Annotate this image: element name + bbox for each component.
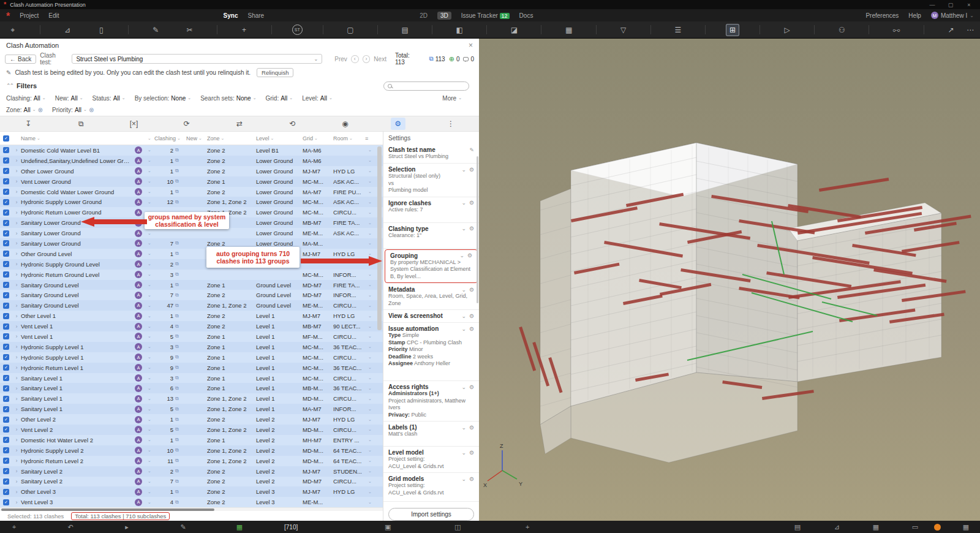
chevron-down-icon[interactable]: ⌄	[461, 476, 466, 482]
clip-box-icon[interactable]: ▢	[344, 24, 357, 36]
table-row[interactable]: ✓›Sanitary Ground LevelA⌄47⧉Zone 1, Zone…	[0, 300, 383, 311]
row-menu-chevron[interactable]: ⌄	[365, 376, 375, 380]
rerun-icon[interactable]: ⟳	[179, 118, 194, 130]
menu-2d-toggle[interactable]: 2D	[420, 12, 428, 19]
search-input[interactable]	[395, 83, 465, 89]
people-icon[interactable]: ⚇	[835, 24, 848, 36]
row-checkbox[interactable]: ✓	[3, 489, 9, 495]
move-icon[interactable]: +	[523, 523, 532, 531]
settings-section-ignore-clashes[interactable]: Ignore clashes⌄⚙Active rules: 7	[383, 197, 479, 223]
row-status-chevron[interactable]: ⌄	[145, 158, 154, 163]
row-expand-icon[interactable]: ›	[12, 365, 21, 371]
row-checkbox[interactable]: ✓	[3, 437, 9, 443]
table-row[interactable]: ✓›Other Level 1A⌄1⧉Zone 2Level 1MJ-M7HYD…	[0, 311, 383, 321]
row-status-chevron[interactable]: ⌄	[145, 469, 154, 474]
row-status-chevron[interactable]: ⌄	[145, 437, 154, 442]
row-checkbox[interactable]: ✓	[3, 271, 9, 278]
settings-section-view-screenshot[interactable]: View & screenshot⌄⚙	[383, 310, 479, 323]
undo-icon[interactable]: ↶	[66, 523, 75, 531]
table-row[interactable]: ✓›Undefined,Sanitary,Undefined Lower Gro…	[0, 156, 383, 166]
layers-icon[interactable]: ▤	[793, 523, 802, 531]
chevron-down-icon[interactable]: ⌄	[461, 287, 466, 293]
column-assignee[interactable]: ⌄	[145, 136, 154, 141]
back-button[interactable]: ←Back	[5, 55, 36, 64]
row-status-chevron[interactable]: ⌄	[145, 189, 154, 194]
row-status-chevron[interactable]: ⌄	[145, 448, 154, 453]
row-status-chevron[interactable]: ⌄	[145, 407, 154, 412]
row-expand-icon[interactable]: ›	[12, 478, 21, 485]
row-menu-chevron[interactable]: ⌄	[365, 272, 375, 277]
menu-preferences[interactable]: Preferences	[865, 12, 899, 19]
row-checkbox[interactable]: ✓	[3, 499, 9, 505]
markup-icon[interactable]: ✎	[149, 24, 162, 36]
add-icon[interactable]: +	[238, 24, 251, 36]
row-status-chevron[interactable]: ⌄	[145, 479, 154, 484]
row-checkbox[interactable]: ✓	[3, 261, 9, 267]
row-status-chevron[interactable]: ⌄	[145, 396, 154, 401]
table-row[interactable]: ✓›Hydronic Supply Ground LevelA⌄2⧉⌄	[0, 259, 383, 270]
row-menu-chevron[interactable]: ⌄	[365, 448, 375, 453]
row-expand-icon[interactable]: ›	[12, 292, 21, 298]
row-status-chevron[interactable]: ⌄	[145, 148, 154, 153]
markup-icon[interactable]: ✎	[179, 523, 187, 531]
chevron-down-icon[interactable]: ⌄	[461, 326, 466, 332]
column-room[interactable]: Room⌄	[333, 135, 365, 142]
row-checkbox[interactable]: ✓	[3, 157, 9, 164]
table-row[interactable]: ✓›Sanitary Level 1A⌄5⧉Zone 1, Zone 2Leve…	[0, 404, 383, 414]
menu-help[interactable]: Help	[908, 12, 921, 19]
row-status-chevron[interactable]: ⌄	[145, 241, 154, 246]
row-status-chevron[interactable]: ⌄	[145, 282, 154, 287]
table-row[interactable]: ✓›Sanitary Level 1A⌄6⧉Zone 1Level 1MB-M.…	[0, 383, 383, 393]
row-checkbox[interactable]: ✓	[3, 406, 9, 412]
table-row[interactable]: ✓›Vent Lower GroundA⌄10⧉Zone 1Lower Grou…	[0, 176, 383, 187]
row-menu-chevron[interactable]: ⌄	[365, 355, 375, 360]
table-row[interactable]: ✓›Sanitary Lower GroundA⌄Lower GroundME-…	[0, 228, 383, 238]
remove-results-icon[interactable]: [×]	[127, 118, 141, 130]
video-icon[interactable]: ▷	[780, 24, 794, 36]
table-row[interactable]: ✓›Other Ground LevelA⌄1⧉MJ-M7HYD LG⌄	[0, 249, 383, 259]
export-icon[interactable]: ↗	[944, 24, 958, 36]
row-checkbox[interactable]: ✓	[3, 478, 9, 485]
settings-section-level-model[interactable]: Level model⌄⚙Project setting:ACU_Level &…	[383, 447, 479, 473]
row-expand-icon[interactable]: ›	[12, 282, 21, 288]
filter-level[interactable]: Level:All⌄	[302, 95, 333, 102]
menu-share[interactable]: Share	[248, 12, 265, 19]
row-menu-chevron[interactable]: ⌄	[365, 334, 375, 339]
column-zone[interactable]: Zone⌄	[207, 135, 256, 142]
table-row[interactable]: ✓›Domestic Cold Water Lower GroundA⌄1⧉Zo…	[0, 187, 383, 197]
clear-filter-icon[interactable]: ⊗	[38, 107, 43, 113]
row-expand-icon[interactable]: ›	[12, 354, 21, 360]
row-expand-icon[interactable]: ›	[12, 147, 21, 153]
paint-icon[interactable]: ◪	[507, 24, 521, 36]
table-row[interactable]: ✓›Vent Level 1A⌄5⧉Zone 1Level 1MF-M...CI…	[0, 331, 383, 342]
settings-section-grouping[interactable]: Grouping⌄⚙By property MECHANICAL > Syste…	[385, 249, 478, 284]
row-menu-chevron[interactable]: ⌄	[365, 262, 375, 266]
collapse-filters-icon[interactable]: ⌃⌃	[6, 83, 13, 89]
table-row[interactable]: ✓›Hydronic Supply Level 2A⌄10⧉Zone 1, Zo…	[0, 445, 383, 456]
row-status-chevron[interactable]: ⌄	[145, 355, 154, 360]
row-expand-icon[interactable]: ›	[12, 220, 21, 226]
row-expand-icon[interactable]: ›	[12, 261, 21, 267]
settings-icon[interactable]: ⚙	[391, 118, 405, 130]
table-row[interactable]: ✓›Sanitary Level 1A⌄3⧉Zone 1Level 1MC-M.…	[0, 373, 383, 384]
screen-icon[interactable]: ▭	[911, 523, 919, 531]
row-checkbox[interactable]: ✓	[3, 147, 9, 153]
settings-section-clash-test-name[interactable]: Clash test name✎Struct Steel vs Plumbing	[383, 144, 479, 164]
cube-icon[interactable]: ◫	[453, 523, 462, 531]
column-settings-icon[interactable]: ≡	[365, 135, 375, 142]
row-menu-chevron[interactable]: ⌄	[365, 189, 375, 194]
table-row[interactable]: ✓›Other Lower GroundA⌄1⧉Zone 2Lower Grou…	[0, 166, 383, 176]
row-checkbox[interactable]: ✓	[3, 189, 9, 195]
row-expand-icon[interactable]: ›	[12, 199, 21, 205]
gear-icon[interactable]: ⚙	[469, 384, 474, 390]
row-expand-icon[interactable]: ›	[12, 417, 21, 423]
stamp-icon[interactable]: ST	[292, 25, 303, 35]
gear-icon[interactable]: ⚙	[469, 476, 474, 482]
row-status-chevron[interactable]: ⌄	[145, 179, 154, 184]
menu-edit[interactable]: Edit	[48, 12, 59, 19]
table-row[interactable]: ✓›Vent Level 1A⌄4⧉Zone 2Level 1MB-M790 L…	[0, 321, 383, 331]
measure-icon[interactable]: ⊿	[832, 523, 841, 531]
row-checkbox[interactable]: ✓	[3, 210, 9, 216]
chevron-down-icon[interactable]: ⌄	[461, 384, 466, 390]
table-horizontal-scrollbar[interactable]	[0, 507, 383, 511]
